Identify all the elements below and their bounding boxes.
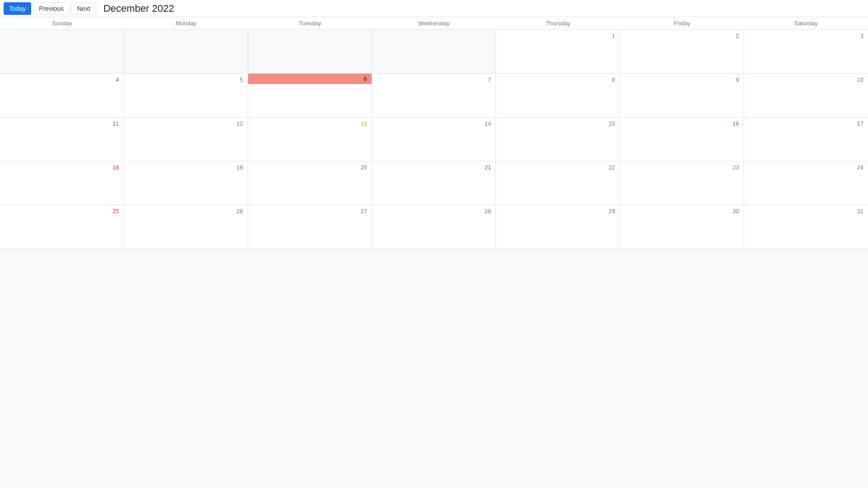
cell-dec-17[interactable]: 17 — [744, 117, 868, 161]
header-wednesday: Wednesday — [372, 17, 496, 29]
date-12: 12 — [127, 119, 245, 128]
cell-dec-6[interactable]: 6 — [248, 74, 372, 117]
cell-dec-25[interactable]: 25 — [0, 205, 124, 249]
cell-dec-4[interactable]: 4 — [0, 74, 124, 117]
date-27: 27 — [251, 207, 369, 216]
cell-dec-27[interactable]: 27 — [248, 205, 372, 249]
today-button[interactable]: Today — [4, 2, 31, 15]
cell-dec-5[interactable]: 5 — [124, 74, 248, 117]
date-19: 19 — [127, 163, 245, 172]
cell-dec-14[interactable]: 14 — [372, 117, 496, 161]
cell-dec-16[interactable]: 16 — [620, 117, 744, 161]
cell-empty-4[interactable] — [372, 30, 496, 74]
header-sunday: Sunday — [0, 17, 124, 29]
date-5: 5 — [127, 75, 245, 84]
cell-dec-12[interactable]: 12 — [124, 117, 248, 161]
cell-dec-23[interactable]: 23 — [620, 161, 744, 205]
date-10: 10 — [747, 75, 865, 84]
date-7: 7 — [375, 75, 493, 84]
next-button[interactable]: Next — [71, 2, 96, 15]
cell-dec-26[interactable]: 26 — [124, 205, 248, 249]
calendar-container: Sunday Monday Tuesday Wednesday Thursday… — [0, 17, 868, 249]
date-28: 28 — [375, 207, 493, 216]
cell-dec-18[interactable]: 18 — [0, 161, 124, 205]
cell-dec-2[interactable]: 2 — [620, 30, 744, 74]
date-17: 17 — [747, 119, 865, 128]
cell-dec-28[interactable]: 28 — [372, 205, 496, 249]
date-6: 6 — [251, 75, 369, 83]
previous-button[interactable]: Previous — [33, 2, 69, 15]
date-31: 31 — [747, 207, 865, 216]
date-11: 11 — [3, 119, 121, 128]
cell-empty-1[interactable] — [0, 30, 124, 74]
header-saturday: Saturday — [744, 17, 868, 29]
cell-dec-19[interactable]: 19 — [124, 161, 248, 205]
date-25: 25 — [3, 207, 121, 216]
date-16: 16 — [623, 119, 741, 128]
cell-dec-15[interactable]: 15 — [496, 117, 620, 161]
cell-dec-21[interactable]: 21 — [372, 161, 496, 205]
date-1: 1 — [499, 32, 617, 40]
header-monday: Monday — [124, 17, 248, 29]
cell-dec-24[interactable]: 24 — [744, 161, 868, 205]
toolbar: Today Previous Next December 2022 — [0, 0, 868, 17]
cell-dec-20[interactable]: 20 — [248, 161, 372, 205]
date-23: 23 — [623, 163, 741, 172]
date-22: 22 — [499, 163, 617, 172]
date-20: 20 — [251, 163, 369, 172]
date-14: 14 — [375, 119, 493, 128]
cell-dec-9[interactable]: 9 — [620, 74, 744, 117]
today-header: 6 — [248, 74, 372, 84]
date-21: 21 — [375, 163, 493, 172]
cell-dec-31[interactable]: 31 — [744, 205, 868, 249]
date-24: 24 — [747, 163, 865, 172]
calendar-grid: 1 2 3 4 5 6 7 8 9 10 — [0, 30, 868, 249]
date-4: 4 — [3, 75, 121, 84]
date-9: 9 — [623, 75, 741, 84]
cell-dec-30[interactable]: 30 — [620, 205, 744, 249]
date-15: 15 — [499, 119, 617, 128]
cell-dec-8[interactable]: 8 — [496, 74, 620, 117]
day-headers: Sunday Monday Tuesday Wednesday Thursday… — [0, 17, 868, 30]
date-18: 18 — [3, 163, 121, 172]
date-8: 8 — [499, 75, 617, 84]
cell-dec-29[interactable]: 29 — [496, 205, 620, 249]
cell-dec-1[interactable]: 1 — [496, 30, 620, 74]
cell-dec-11[interactable]: 11 — [0, 117, 124, 161]
month-title: December 2022 — [104, 3, 175, 14]
date-26: 26 — [127, 207, 245, 216]
date-13: 13 — [251, 119, 369, 128]
cell-dec-3[interactable]: 3 — [744, 30, 868, 74]
header-tuesday: Tuesday — [248, 17, 372, 29]
cell-dec-10[interactable]: 10 — [744, 74, 868, 117]
cell-dec-22[interactable]: 22 — [496, 161, 620, 205]
date-29: 29 — [499, 207, 617, 216]
date-30: 30 — [623, 207, 741, 216]
cell-dec-13[interactable]: 13 — [248, 117, 372, 161]
header-thursday: Thursday — [496, 17, 620, 29]
cell-dec-7[interactable]: 7 — [372, 74, 496, 117]
header-friday: Friday — [620, 17, 744, 29]
date-2: 2 — [623, 32, 741, 40]
cell-empty-2[interactable] — [124, 30, 248, 74]
date-3: 3 — [747, 32, 865, 40]
cell-empty-3[interactable] — [248, 30, 372, 74]
